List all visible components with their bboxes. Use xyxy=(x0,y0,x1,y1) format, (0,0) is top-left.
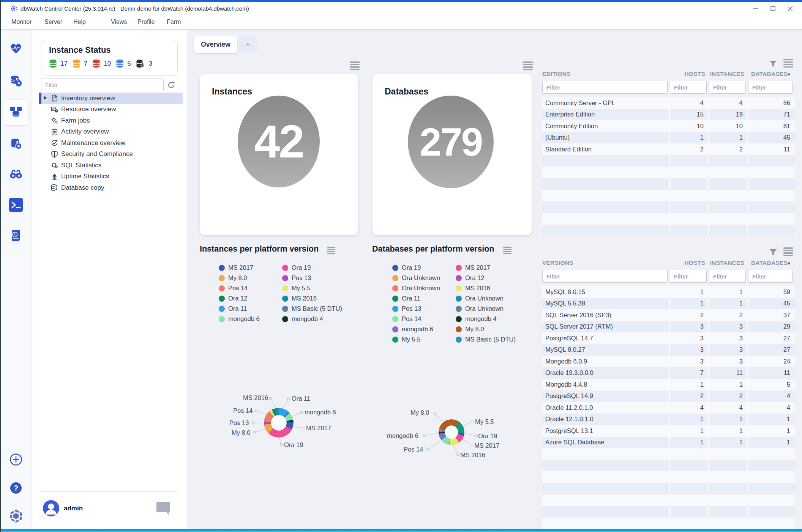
hosts-filter-input[interactable] xyxy=(670,81,707,94)
legend-item[interactable]: mongodb 6 xyxy=(392,324,440,334)
table-row[interactable]: PostgreSQL 13.1111 xyxy=(542,425,795,437)
refresh-icon[interactable] xyxy=(167,80,176,90)
legend-item[interactable]: MS Basic (5 DTU) xyxy=(456,334,516,345)
dbwatch-logo-icon[interactable] xyxy=(9,509,23,523)
status-info-count[interactable]: 5 xyxy=(127,60,131,68)
table-row[interactable]: Community Edition101061 xyxy=(542,120,795,132)
filter-funnel-icon[interactable] xyxy=(769,60,777,68)
table-row[interactable]: Community Server - GPL4486 xyxy=(542,97,795,109)
col-versions[interactable]: VERSIONS xyxy=(542,260,670,266)
help-icon[interactable]: ? xyxy=(9,482,22,494)
col-hosts[interactable]: HOSTS xyxy=(670,260,709,266)
legend-item[interactable]: MS 2016 xyxy=(282,293,342,304)
databases-donut[interactable] xyxy=(439,419,464,445)
editions-filter-input[interactable] xyxy=(542,81,668,94)
tree-item-farm-jobs[interactable]: Farm jobs xyxy=(39,115,183,126)
reports-icon[interactable] xyxy=(10,229,22,242)
tree-item-database-copy[interactable]: Database copy xyxy=(39,182,183,194)
minimize-button[interactable] xyxy=(747,2,764,15)
menu-profile[interactable]: Profile xyxy=(137,19,155,25)
versions-table-menu-icon[interactable] xyxy=(783,247,793,257)
table-row[interactable]: PostgreSQL 14.73327 xyxy=(542,332,795,344)
status-copy-icon[interactable] xyxy=(136,59,145,68)
menu-help[interactable]: Help xyxy=(73,19,87,25)
col-databases[interactable]: DATABASES▼ xyxy=(748,260,795,266)
legend-item[interactable]: MS 2016 xyxy=(456,283,516,293)
legend-item[interactable]: Pos 14 xyxy=(219,283,260,293)
close-button[interactable] xyxy=(781,2,799,15)
legend-item[interactable]: Ora 12 xyxy=(219,293,260,304)
legend-item[interactable]: MS 2017 xyxy=(456,263,516,273)
instances-card[interactable]: Instances 42 xyxy=(200,74,358,235)
status-alarm-icon[interactable] xyxy=(92,59,100,68)
legend-item[interactable]: My 5.5 xyxy=(392,334,440,345)
versions-filter-input[interactable] xyxy=(542,270,668,283)
status-warning-count[interactable]: 7 xyxy=(84,60,87,68)
table-row[interactable]: SQL Server 2017 (RTM)3329 xyxy=(542,321,795,333)
status-info-icon[interactable] xyxy=(116,59,124,68)
discover-icon[interactable] xyxy=(9,169,22,179)
databases-card-menu-icon[interactable] xyxy=(523,61,533,71)
legend-item[interactable]: Ora 11 xyxy=(392,293,440,304)
legend-item[interactable]: mongodb 6 xyxy=(219,314,260,324)
sidebar-filter-input[interactable] xyxy=(41,79,164,91)
status-ok-count[interactable]: 17 xyxy=(60,60,68,68)
instances-card-menu-icon[interactable] xyxy=(350,61,360,71)
col-editions[interactable]: EDITIONS xyxy=(542,71,670,77)
legend-item[interactable]: My 8.0 xyxy=(456,324,516,334)
tab-overview[interactable]: Overview xyxy=(194,36,237,53)
tree-item-uptime-statistics[interactable]: Uptime Statistics xyxy=(39,171,183,183)
instances-filter-input[interactable] xyxy=(709,81,746,94)
table-row[interactable]: PostgreSQL 14.9224 xyxy=(542,390,795,402)
table-row[interactable]: Mongodb 6.0.93324 xyxy=(542,356,795,367)
col-instances[interactable]: INSTANCES xyxy=(709,71,748,77)
legend-item[interactable]: Ora 19 xyxy=(282,263,342,273)
table-row[interactable]: MySQL 8.0.151159 xyxy=(542,286,795,298)
expander-icon[interactable] xyxy=(44,96,47,100)
table-row[interactable]: Enterprise Edition151971 xyxy=(542,109,795,121)
legend-item[interactable]: Ora Unknown xyxy=(392,273,440,283)
menu-monitor[interactable]: Monitor xyxy=(11,19,32,25)
table-row[interactable]: MySQL 5.5.381145 xyxy=(542,298,795,310)
legend-item[interactable]: Pos 13 xyxy=(392,304,440,314)
status-warning-icon[interactable] xyxy=(73,59,81,68)
database-management-icon[interactable] xyxy=(10,75,22,87)
tree-item-security-compliance[interactable]: Security and Compliance xyxy=(39,149,183,160)
legend-item[interactable]: Ora 12 xyxy=(456,273,516,283)
hosts-filter-input[interactable] xyxy=(670,270,707,283)
legend-item[interactable]: Ora 19 xyxy=(392,263,440,273)
col-hosts[interactable]: HOSTS xyxy=(670,71,709,77)
legend-item[interactable]: mongodb 4 xyxy=(282,314,342,324)
maximize-button[interactable] xyxy=(764,2,781,15)
legend-item[interactable]: MS 2017 xyxy=(219,263,260,273)
tree-item-maintenance-overview[interactable]: Maintenance overview xyxy=(39,137,183,149)
instances-chart-menu-icon[interactable] xyxy=(327,247,335,255)
table-row[interactable]: Azure SQL Database111 xyxy=(542,437,795,449)
table-row[interactable]: SQL Server 2016 (SP3)2237 xyxy=(542,309,795,321)
legend-item[interactable]: Pos 13 xyxy=(282,273,342,283)
table-row[interactable]: Mongodb 4.4.8115 xyxy=(542,379,795,390)
table-row[interactable]: Oracle 12.1.0.1.0111 xyxy=(542,414,795,425)
databases-filter-input[interactable] xyxy=(748,270,793,283)
legend-item[interactable]: mongodb 4 xyxy=(456,314,516,324)
legend-item[interactable]: My 8.0 xyxy=(219,273,260,283)
avatar[interactable] xyxy=(43,500,59,516)
menu-server[interactable]: Server xyxy=(44,19,63,25)
legend-item[interactable]: My 5.5 xyxy=(282,283,342,293)
editions-table-menu-icon[interactable] xyxy=(783,59,793,69)
databases-chart-menu-icon[interactable] xyxy=(503,247,512,255)
legend-item[interactable]: Ora Unknown xyxy=(456,304,516,314)
filter-funnel-icon[interactable] xyxy=(769,249,777,256)
chat-icon[interactable] xyxy=(155,501,171,516)
add-icon[interactable] xyxy=(9,453,22,466)
databases-filter-input[interactable] xyxy=(748,81,793,94)
legend-item[interactable]: Pos 14 xyxy=(392,314,440,324)
tree-item-sql-statistics[interactable]: SQL Statistics xyxy=(39,160,183,171)
menu-views[interactable]: Views xyxy=(110,19,128,25)
databases-card[interactable]: Databases 279 xyxy=(373,74,532,235)
instances-filter-input[interactable] xyxy=(709,270,746,283)
table-row[interactable]: Standard Edition2211 xyxy=(542,143,795,155)
tree-item-resource-overview[interactable]: Resource overview xyxy=(39,104,183,115)
tree-item-inventory-overview[interactable]: Inventory overview xyxy=(39,93,183,104)
table-row[interactable]: Oracle 19.3.0.0.071111 xyxy=(542,367,795,379)
